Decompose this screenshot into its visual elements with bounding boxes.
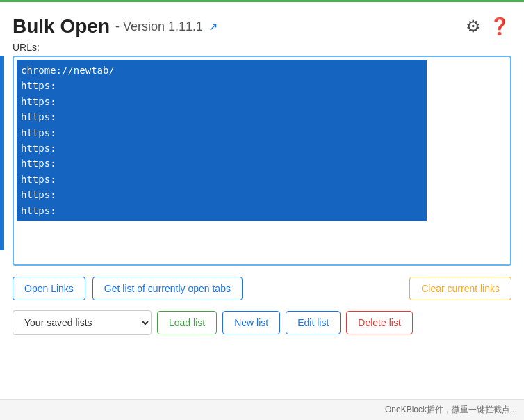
delete-list-button[interactable]: Delete list	[346, 311, 412, 334]
edit-list-button[interactable]: Edit list	[286, 311, 341, 334]
left-accent-bar	[0, 56, 4, 250]
new-list-button[interactable]: New list	[222, 311, 280, 334]
saved-lists-select[interactable]: Your saved lists	[13, 310, 152, 335]
url-line-0: chrome://newtab/	[21, 63, 423, 78]
settings-button[interactable]: ⚙	[464, 15, 482, 38]
clear-links-button[interactable]: Clear current links	[409, 277, 511, 300]
url-line-5: https:	[21, 140, 423, 156]
app-version: - Version 1.11.1	[115, 19, 203, 34]
saved-lists-row: Your saved lists Load list New list Edit…	[13, 310, 511, 335]
action-buttons-row: Open Links Get list of currently open ta…	[13, 277, 511, 300]
load-list-button[interactable]: Load list	[157, 311, 217, 334]
get-tabs-button[interactable]: Get list of currently open tabs	[92, 277, 243, 300]
urls-textarea-wrapper: chrome://newtab/ https: https: https: ht…	[13, 56, 511, 266]
open-links-button[interactable]: Open Links	[13, 277, 85, 300]
url-line-9: https:	[21, 203, 423, 218]
url-line-6: https:	[21, 156, 423, 171]
bottom-bar: OneKBlock插件，微重一键拦截点...	[0, 399, 524, 420]
url-line-3: https:	[21, 109, 423, 124]
url-line-1: https:	[21, 78, 423, 93]
selected-text-block: chrome://newtab/ https: https: https: ht…	[17, 60, 427, 221]
url-line-4: https:	[21, 125, 423, 140]
url-line-7: https:	[21, 172, 423, 187]
urls-textarea-content[interactable]: chrome://newtab/ https: https: https: ht…	[17, 60, 507, 261]
url-line-2: https:	[21, 94, 423, 109]
urls-label: URLs:	[13, 42, 511, 53]
url-line-8: https:	[21, 187, 423, 202]
app-title: Bulk Open	[13, 15, 110, 38]
external-link-icon[interactable]: ↗	[208, 20, 218, 33]
bottom-text: OneKBlock插件，微重一键拦截点...	[385, 404, 517, 416]
help-button[interactable]: ❓	[488, 15, 511, 38]
